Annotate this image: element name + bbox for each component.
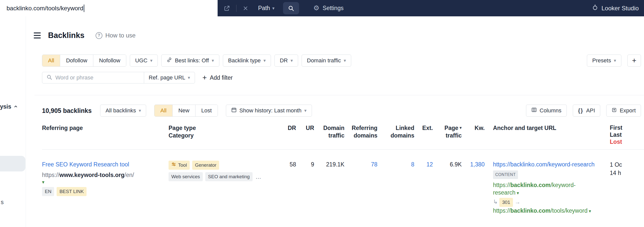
ref-page-url-dropdown[interactable]: Ref. page URL ▾ xyxy=(144,72,195,83)
path-mode-dropdown[interactable]: Path ▾ xyxy=(258,5,274,12)
expand-url-icon[interactable]: ▾ xyxy=(42,180,169,185)
status-tab-new[interactable]: New xyxy=(172,105,195,116)
dr-dropdown[interactable]: DR ▾ xyxy=(274,55,298,67)
how-to-use-label: How to use xyxy=(105,32,136,39)
main-content: Backlinks ? How to use All Dofollow Nofo… xyxy=(26,16,644,227)
menu-icon[interactable] xyxy=(34,32,41,38)
follow-filter-group: All Dofollow Nofollow xyxy=(42,55,126,67)
add-filter-label: Add filter xyxy=(210,74,233,81)
status-tab-all[interactable]: All xyxy=(154,105,172,116)
cell-ext: 12 xyxy=(414,161,433,168)
col-header-domain-traffic[interactable]: Domain traffic xyxy=(314,124,344,139)
category-badge: SEO and marketing xyxy=(205,172,253,181)
redirect-line: ↳ 301 → https://backlinko.com/tools/keyw… xyxy=(493,198,599,215)
scope-dropdown[interactable]: All backlinks ▾ xyxy=(100,105,146,117)
backlink-type-label: Backlink type xyxy=(228,57,261,64)
sidebar-item-analysis-cut[interactable]: ysis xyxy=(0,103,18,110)
cell-kw: 1,380 xyxy=(462,161,485,168)
question-icon: ? xyxy=(96,32,102,39)
col-header-anchor[interactable]: Anchor and target URL xyxy=(493,124,599,132)
col-header-page-type[interactable]: Page type Category xyxy=(169,124,274,139)
best-links-label: Best links: Off xyxy=(175,57,209,64)
col-header-referring-domains[interactable]: Referring domains xyxy=(344,124,377,139)
braces-icon: {} xyxy=(578,107,583,114)
how-to-use-link[interactable]: ? How to use xyxy=(96,32,136,39)
referring-page-url[interactable]: https://www.keyword-tools.org/en/ xyxy=(42,171,169,179)
anchor-link[interactable]: https://backlinko.com/keyword-research xyxy=(493,161,599,168)
col-header-dr[interactable]: DR xyxy=(274,124,296,132)
chevron-down-icon: ▾ xyxy=(188,75,190,80)
show-history-dropdown[interactable]: Show history: Last month ▾ xyxy=(226,105,312,117)
export-button[interactable]: Export xyxy=(606,105,641,117)
col-header-ur[interactable]: UR xyxy=(296,124,314,132)
language-badge: EN xyxy=(42,187,54,196)
backlink-type-dropdown[interactable]: Backlink type ▾ xyxy=(223,55,271,67)
backlinks-count: 10,905 backlinks xyxy=(42,107,92,114)
clear-icon[interactable] xyxy=(243,5,249,11)
open-external-icon[interactable] xyxy=(224,5,230,12)
referring-page-title-link[interactable]: Free SEO Keyword Research tool xyxy=(42,161,129,168)
gear-icon[interactable]: ⚙ xyxy=(313,5,319,12)
referring-domains-link[interactable]: 78 xyxy=(371,161,378,168)
columns-icon xyxy=(531,107,537,114)
expand-url-icon[interactable]: ▾ xyxy=(517,191,519,196)
section-divider xyxy=(34,95,644,95)
word-search-input[interactable] xyxy=(55,74,140,81)
follow-tab-nofollow[interactable]: Nofollow xyxy=(93,55,126,66)
looker-studio-link[interactable]: Looker Studio xyxy=(592,4,644,12)
word-search-field[interactable] xyxy=(42,72,144,83)
add-filter-button[interactable]: + Add filter xyxy=(203,74,233,81)
settings-label[interactable]: Settings xyxy=(323,5,344,12)
target-url-input[interactable]: backlinko.com/tools/keyword xyxy=(0,0,218,16)
domain-traffic-dropdown[interactable]: Domain traffic ▾ xyxy=(302,55,351,67)
domain-traffic-label: Domain traffic xyxy=(307,57,341,64)
cell-page-traffic: 6.9K xyxy=(433,161,462,168)
cell-ur: 9 xyxy=(296,161,314,168)
show-history-label: Show history: Last month xyxy=(239,107,302,114)
content-badge: CONTENT xyxy=(493,170,518,179)
col-header-ext[interactable]: Ext. xyxy=(414,124,433,132)
word-filter-group: Ref. page URL ▾ xyxy=(42,72,195,83)
kw-link[interactable]: 1,380 xyxy=(470,161,485,168)
col-header-linked-domains[interactable]: Linked domains xyxy=(377,124,414,139)
more-categories[interactable]: … xyxy=(256,173,261,180)
col-header-referring-page[interactable]: Referring page xyxy=(42,124,169,132)
redirect-arrow-icon: ↳ xyxy=(493,199,498,205)
col-header-page-traffic[interactable]: Page ▾ traffic xyxy=(433,124,462,139)
target-url[interactable]: https://backlinko.com/keyword-research▾ xyxy=(493,181,599,197)
expand-url-icon[interactable]: ▾ xyxy=(589,209,591,214)
follow-tab-all[interactable]: All xyxy=(42,55,60,66)
looker-studio-icon xyxy=(592,4,598,12)
link-icon xyxy=(167,57,172,64)
ugc-label: UGC xyxy=(135,57,147,64)
chevron-up-icon xyxy=(14,103,18,110)
text-cursor xyxy=(84,5,84,12)
plus-icon: + xyxy=(203,74,207,81)
status-tab-lost[interactable]: Lost xyxy=(195,105,218,116)
add-preset-button[interactable]: + xyxy=(627,55,641,67)
page-header: Backlinks ? How to use xyxy=(34,29,644,41)
ext-link[interactable]: 12 xyxy=(426,161,433,168)
type-badge-generator: Generator xyxy=(192,161,219,170)
columns-button[interactable]: Columns xyxy=(526,105,567,117)
search-button[interactable] xyxy=(283,2,299,14)
sidebar-active-item-cut[interactable] xyxy=(0,156,25,171)
cell-referring-page: Free SEO Keyword Research tool https://w… xyxy=(42,161,169,196)
col-header-kw[interactable]: Kw. xyxy=(462,124,485,132)
search-icon xyxy=(46,74,52,81)
sidebar-item-cut-label[interactable]: s xyxy=(1,199,4,206)
chevron-down-icon: ▾ xyxy=(212,58,214,63)
col-header-dates[interactable]: First Last Lost xyxy=(610,124,644,145)
follow-tab-dofollow[interactable]: Dofollow xyxy=(60,55,93,66)
scope-label: All backlinks xyxy=(105,107,136,114)
api-button[interactable]: {} API xyxy=(573,105,600,117)
content-badge-line: CONTENT xyxy=(493,170,599,179)
ugc-dropdown[interactable]: UGC ▾ xyxy=(130,55,158,67)
category-badges: Web services SEO and marketing … xyxy=(169,172,274,181)
chevron-down-icon: ▾ xyxy=(344,58,346,63)
cell-domain-traffic: 219.1K xyxy=(314,161,344,168)
presets-dropdown[interactable]: Presets ▾ xyxy=(587,55,621,67)
linked-domains-link[interactable]: 8 xyxy=(411,161,414,168)
category-badge: Web services xyxy=(169,172,203,181)
best-links-dropdown[interactable]: Best links: Off ▾ xyxy=(161,55,219,67)
